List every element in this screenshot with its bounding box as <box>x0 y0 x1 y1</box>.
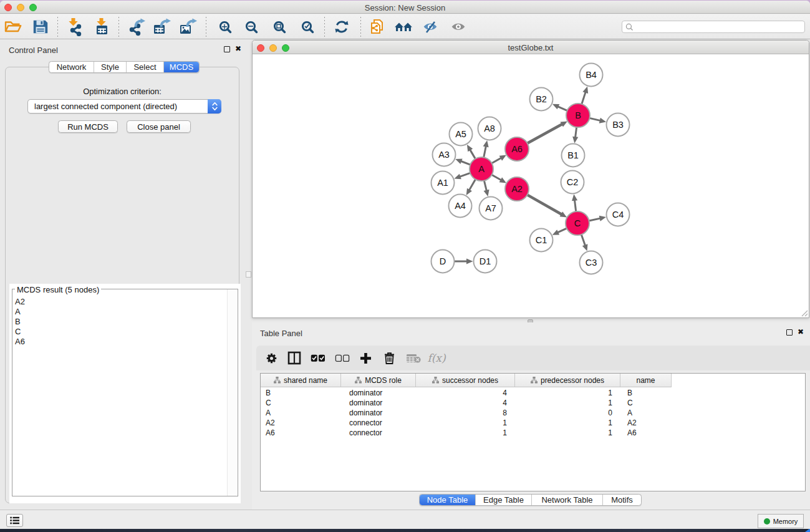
tab-mcds[interactable]: MCDS <box>164 62 199 72</box>
edge-B-B4[interactable] <box>582 92 586 104</box>
edge-C-C1[interactable] <box>557 228 566 233</box>
edge-A6-B[interactable] <box>528 124 563 143</box>
import-network-button[interactable] <box>65 14 84 39</box>
unselect-all-columns-button[interactable] <box>334 346 351 370</box>
column-header-predecessor-nodes[interactable]: predecessor nodes <box>515 374 620 387</box>
delete-columns-button[interactable] <box>380 346 398 370</box>
criterion-dropdown[interactable]: largest connected component (directed) <box>27 99 221 114</box>
edge-A2-C[interactable] <box>528 195 562 215</box>
edge-B-B2[interactable] <box>557 106 567 110</box>
table-row-B[interactable]: Bdominator41B <box>261 388 806 398</box>
graph-node-A5[interactable]: A5 <box>450 123 473 146</box>
graph-node-B1[interactable]: B1 <box>562 144 585 167</box>
edge-C-C3[interactable] <box>581 235 586 246</box>
tab-motifs[interactable]: Motifs <box>603 495 641 505</box>
tab-node-table[interactable]: Node Table <box>420 495 476 505</box>
edge-A-A6[interactable] <box>492 158 502 163</box>
save-session-button[interactable] <box>31 14 50 39</box>
zoom-fit-button[interactable] <box>270 14 289 39</box>
column-header-shared-name[interactable]: shared name <box>261 374 341 387</box>
edge-A-A2[interactable] <box>492 175 502 180</box>
edge-A-A8[interactable] <box>484 145 486 157</box>
mcds-result-item[interactable]: C <box>13 327 25 337</box>
edge-A-A7[interactable] <box>484 180 486 191</box>
export-image-button[interactable] <box>178 14 198 39</box>
split-view-button[interactable] <box>286 346 303 370</box>
add-column-button[interactable] <box>357 346 374 370</box>
tab-style[interactable]: Style <box>94 62 127 72</box>
graph-node-C1[interactable]: C1 <box>530 229 553 252</box>
hide-selected-button[interactable] <box>421 14 440 39</box>
export-network-button[interactable] <box>127 14 147 39</box>
graph-node-B[interactable]: B <box>566 104 590 127</box>
graph-node-B2[interactable]: B2 <box>530 88 553 111</box>
edge-A-A1[interactable] <box>459 173 470 177</box>
zoom-selected-button[interactable] <box>298 14 317 39</box>
graph-node-A3[interactable]: A3 <box>433 143 456 167</box>
task-history-button[interactable] <box>6 514 23 527</box>
delete-table-button[interactable] <box>405 346 422 370</box>
table-panel-float-icon[interactable] <box>786 329 793 336</box>
open-session-button[interactable] <box>4 14 22 39</box>
search-input[interactable] <box>622 21 805 33</box>
mcds-list-scrollbar[interactable] <box>227 289 236 496</box>
table-panel-close-icon[interactable]: ✖ <box>798 329 804 335</box>
graph-node-C3[interactable]: C3 <box>580 251 603 274</box>
mcds-result-list[interactable]: A2ABCA6 <box>13 297 25 347</box>
network-graph-canvas[interactable]: AA1A2A3A4A5A6A7A8BB1B2B3B4CC1C2C3C4DD1 <box>253 55 809 318</box>
graph-node-A8[interactable]: A8 <box>478 117 501 140</box>
mcds-result-item[interactable]: A6 <box>13 337 25 347</box>
graph-node-A6[interactable]: A6 <box>505 137 529 161</box>
edge-B-B3[interactable] <box>589 118 600 120</box>
edge-A-A3[interactable] <box>460 161 470 165</box>
mcds-result-item[interactable]: A <box>13 307 25 317</box>
function-builder-button[interactable]: f(x) <box>425 346 448 370</box>
graph-node-A7[interactable]: A7 <box>480 197 503 220</box>
graph-node-B3[interactable]: B3 <box>607 114 630 137</box>
show-all-button[interactable] <box>393 14 413 39</box>
graph-node-C[interactable]: C <box>566 211 589 235</box>
zoom-out-button[interactable] <box>242 14 261 39</box>
table-row-A6[interactable]: A6connector11A6 <box>261 428 806 438</box>
splitpane-divider-button[interactable] <box>246 271 251 278</box>
column-header-name[interactable]: name <box>620 374 672 387</box>
control-panel-close-icon[interactable]: ✖ <box>235 46 241 52</box>
window-resize-grip[interactable] <box>801 309 808 317</box>
app-titlebar[interactable]: Session: New Session <box>0 1 810 14</box>
edge-C-C4[interactable] <box>589 218 601 221</box>
show-selected-button[interactable] <box>449 14 468 39</box>
graph-node-D1[interactable]: D1 <box>474 250 497 273</box>
column-header-successor-nodes[interactable]: successor nodes <box>416 374 515 387</box>
graph-node-C2[interactable]: C2 <box>561 171 584 194</box>
edge-A-A4[interactable] <box>469 179 476 190</box>
run-mcds-button[interactable]: Run MCDS <box>58 120 118 133</box>
apply-layout-button[interactable] <box>332 14 351 39</box>
export-table-button[interactable] <box>152 14 172 39</box>
network-window-titlebar[interactable]: testGlobe.txt <box>253 41 809 54</box>
close-panel-button[interactable]: Close panel <box>127 120 191 133</box>
control-panel-float-icon[interactable] <box>224 46 230 52</box>
column-header-MCDS-role[interactable]: MCDS role <box>341 374 416 387</box>
graph-node-D[interactable]: D <box>432 250 455 273</box>
table-options-button[interactable] <box>263 346 280 370</box>
mcds-result-item[interactable]: A2 <box>13 297 25 307</box>
graph-node-A1[interactable]: A1 <box>432 172 455 195</box>
tab-select[interactable]: Select <box>127 62 164 72</box>
select-all-columns-button[interactable] <box>309 346 327 370</box>
graph-node-A4[interactable]: A4 <box>449 195 472 218</box>
mcds-result-item[interactable]: B <box>13 317 25 327</box>
graph-node-C4[interactable]: C4 <box>607 203 630 226</box>
table-row-A[interactable]: Adominator80A <box>261 408 806 418</box>
memory-button[interactable]: Memory <box>758 514 804 528</box>
edge-C-C2[interactable] <box>574 200 576 211</box>
table-row-C[interactable]: Cdominator41C <box>261 398 806 408</box>
edge-B-B1[interactable] <box>575 127 576 138</box>
graph-node-A[interactable]: A <box>470 157 493 181</box>
graph-node-A2[interactable]: A2 <box>505 177 529 201</box>
graph-node-B4[interactable]: B4 <box>580 64 603 87</box>
tab-network-table[interactable]: Network Table <box>532 495 603 505</box>
table-row-A2[interactable]: A2connector11A2 <box>261 418 806 428</box>
copy-network-button[interactable] <box>368 14 387 39</box>
zoom-in-button[interactable] <box>216 14 234 39</box>
tab-edge-table[interactable]: Edge Table <box>476 495 532 505</box>
